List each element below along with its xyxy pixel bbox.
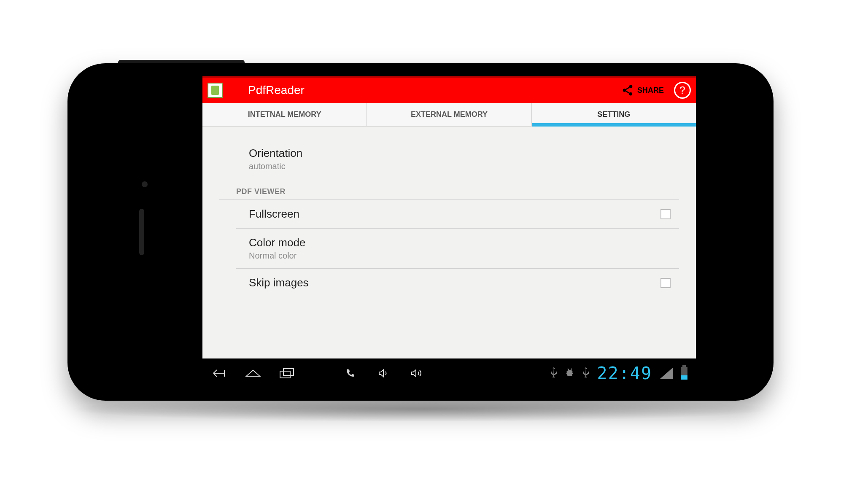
share-icon: [621, 84, 634, 97]
skip-images-checkbox[interactable]: [660, 278, 671, 288]
status-tray[interactable]: 22:49: [550, 364, 687, 383]
android-debug-icon: [565, 367, 574, 380]
setting-color-mode[interactable]: Color mode Normal color: [219, 229, 679, 268]
tab-internal-memory[interactable]: INTETNAL MEMORY: [202, 103, 367, 126]
app-icon[interactable]: [208, 83, 223, 98]
share-button[interactable]: SHARE: [621, 84, 664, 97]
actionbar: PdfReader SHARE ?: [202, 78, 696, 103]
setting-orientation[interactable]: Orientation automatic: [219, 139, 679, 179]
svg-rect-3: [280, 371, 290, 378]
setting-title: Orientation: [249, 147, 676, 160]
setting-subtitle: automatic: [249, 162, 676, 171]
volume-high-icon[interactable]: [409, 368, 426, 378]
svg-point-0: [629, 85, 633, 89]
signal-icon: [660, 367, 673, 379]
app-title: PdfReader: [248, 84, 305, 97]
setting-subtitle: Normal color: [249, 251, 676, 261]
tab-label: INTETNAL MEMORY: [248, 110, 321, 119]
tabbar: INTETNAL MEMORY EXTERNAL MEMORY SETTING: [202, 103, 696, 127]
app-icon-inner: [211, 86, 219, 95]
front-camera: [142, 181, 148, 187]
svg-rect-4: [283, 369, 294, 375]
phone-frame: PdfReader SHARE ? INTETNAL MEMORY E: [67, 63, 774, 401]
tab-label: EXTERNAL MEMORY: [411, 110, 488, 119]
setting-title: Color mode: [249, 236, 676, 249]
help-button[interactable]: ?: [674, 82, 691, 99]
system-navbar: 22:49: [202, 358, 696, 388]
screen: PdfReader SHARE ? INTETNAL MEMORY E: [202, 76, 696, 388]
svg-rect-5: [567, 370, 572, 376]
usb-icon: [550, 366, 558, 380]
fullscreen-checkbox[interactable]: [660, 209, 671, 219]
section-header-pdf-viewer: PDF VIEWER: [219, 179, 679, 200]
volume-low-icon[interactable]: [375, 368, 392, 378]
svg-point-1: [623, 89, 626, 92]
tab-external-memory[interactable]: EXTERNAL MEMORY: [367, 103, 531, 126]
settings-pane: Orientation automatic PDF VIEWER Fullscr…: [202, 127, 696, 358]
tab-setting[interactable]: SETTING: [532, 103, 696, 126]
back-icon[interactable]: [211, 368, 228, 378]
earpiece: [139, 209, 144, 255]
help-icon: ?: [679, 84, 685, 96]
setting-title: Skip images: [249, 276, 660, 289]
battery-icon: [681, 367, 687, 380]
clock: 22:49: [597, 364, 652, 383]
setting-fullscreen[interactable]: Fullscreen: [219, 200, 679, 228]
phone-icon[interactable]: [342, 368, 359, 378]
share-label: SHARE: [637, 86, 664, 95]
usb-icon-2: [582, 366, 590, 380]
tab-label: SETTING: [597, 110, 630, 119]
setting-skip-images[interactable]: Skip images: [219, 269, 679, 297]
setting-title: Fullscreen: [249, 208, 660, 221]
svg-point-2: [629, 92, 633, 96]
home-icon[interactable]: [245, 368, 261, 378]
recent-apps-icon[interactable]: [278, 368, 295, 379]
